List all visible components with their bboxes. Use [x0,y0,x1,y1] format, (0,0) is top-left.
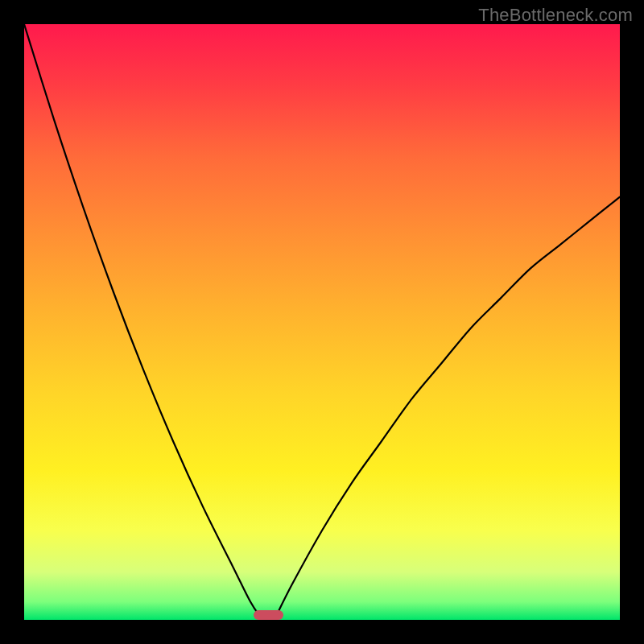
watermark-text: TheBottleneck.com [478,5,633,26]
plot-area [24,24,620,620]
curve-right-branch [275,197,620,620]
optimal-marker [254,610,283,620]
bottleneck-curve [24,24,620,620]
curve-left-branch [24,24,262,620]
